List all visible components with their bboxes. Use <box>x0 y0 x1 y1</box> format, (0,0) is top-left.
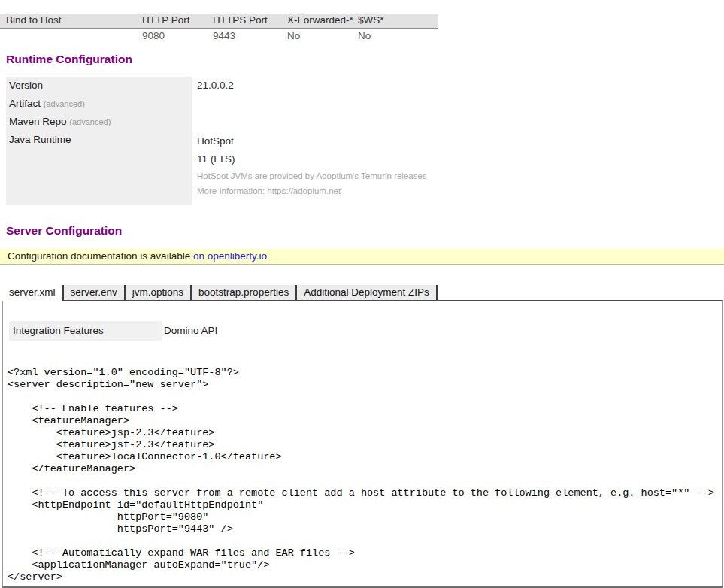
tab-jvm-options[interactable]: jvm.options <box>126 285 192 300</box>
maven-repo-value <box>192 113 197 131</box>
java-runtime-value-block: HotSpot 11 (LTS) HotSpot JVMs are provid… <box>192 131 427 205</box>
documentation-banner: Configuration documentation is available… <box>0 249 724 265</box>
column-header-x-forwarded: X-Forwarded-* <box>287 14 358 28</box>
table-row-maven-repo: Maven Repo (advanced) <box>6 113 562 131</box>
table-row-version: Version 21.0.0.2 <box>6 77 562 95</box>
integration-features-value: Domino API <box>164 321 217 341</box>
x-forwarded-value: No <box>287 29 358 43</box>
column-header-http-port: HTTP Port <box>142 14 213 28</box>
tab-server-env[interactable]: server.env <box>64 285 126 300</box>
integration-features-label: Integration Features <box>9 321 162 341</box>
version-label: Version <box>6 77 192 95</box>
port-summary-table: Bind to Host HTTP Port HTTPS Port X-Forw… <box>0 14 438 43</box>
runtime-configuration-table: Version 21.0.0.2 Artifact (advanced) Mav… <box>6 77 562 205</box>
bind-to-host-value <box>0 29 142 43</box>
java-more-info-note: More Information: https://adopium.net <box>197 183 427 199</box>
maven-repo-label: Maven Repo (advanced) <box>6 113 192 131</box>
java-vm-note: HotSpot JVMs are provided by Adoptium's … <box>197 168 427 183</box>
table-row-java-runtime: Java Runtime HotSpot 11 (LTS) HotSpot JV… <box>6 131 562 205</box>
artifact-advanced-tag: (advanced) <box>44 99 85 108</box>
artifact-label-text: Artifact <box>9 98 41 109</box>
maven-repo-advanced-tag: (advanced) <box>69 117 111 126</box>
java-runtime-label-text: Java Runtime <box>9 134 71 145</box>
column-header-bind-to-host: Bind to Host <box>0 14 142 28</box>
java-runtime-label: Java Runtime <box>6 131 192 205</box>
openliberty-link[interactable]: on openliberty.io <box>193 250 267 262</box>
table-row-artifact: Artifact (advanced) <box>6 95 562 113</box>
runtime-configuration-heading: Runtime Configuration <box>6 53 724 65</box>
java-version-value: 11 (LTS) <box>197 150 427 168</box>
ws-value: No <box>358 29 432 43</box>
server-xml-panel: Integration Features Domino API <?xml ve… <box>2 300 723 588</box>
tab-bootstrap-properties[interactable]: bootstrap.properties <box>192 285 297 300</box>
artifact-value <box>192 95 197 113</box>
server-configuration-heading: Server Configuration <box>6 225 724 237</box>
http-port-value: 9080 <box>142 29 213 43</box>
version-value: 21.0.0.2 <box>192 77 234 95</box>
integration-features-row: Integration Features Domino API <box>9 321 722 341</box>
tab-additional-deployment-zips[interactable]: Additional Deployment ZIPs <box>297 285 438 300</box>
port-summary-value-row: 9080 9443 No No <box>0 29 438 43</box>
column-header-ws: $WS* <box>358 14 432 28</box>
tab-server-xml[interactable]: server.xml <box>2 285 64 301</box>
config-file-tabs: server.xml server.env jvm.options bootst… <box>0 285 724 300</box>
artifact-label: Artifact (advanced) <box>6 95 192 113</box>
banner-text: Configuration documentation is available <box>8 250 193 262</box>
version-label-text: Version <box>9 80 43 91</box>
server-xml-code: <?xml version="1.0" encoding="UTF-8"?> <… <box>8 367 722 583</box>
https-port-value: 9443 <box>213 29 287 43</box>
column-header-https-port: HTTPS Port <box>213 14 287 28</box>
maven-repo-label-text: Maven Repo <box>9 116 67 127</box>
port-summary-header-row: Bind to Host HTTP Port HTTPS Port X-Forw… <box>0 14 438 29</box>
java-vm-value: HotSpot <box>197 132 427 150</box>
